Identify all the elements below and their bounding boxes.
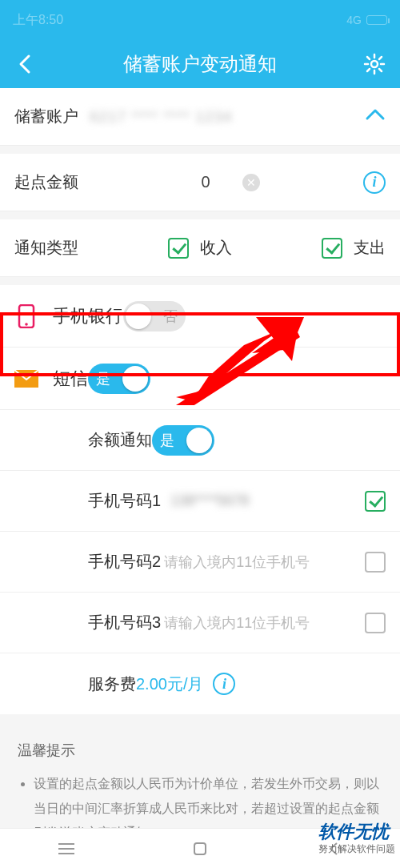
android-recents-button[interactable] bbox=[57, 839, 76, 858]
phone1-checkbox[interactable] bbox=[365, 491, 386, 512]
network-icon: 4G bbox=[346, 14, 362, 26]
svg-line-5 bbox=[367, 57, 370, 59]
tips-title: 温馨提示 bbox=[18, 737, 382, 764]
back-button[interactable] bbox=[13, 51, 38, 77]
svg-rect-19 bbox=[194, 843, 206, 854]
threshold-input[interactable] bbox=[182, 173, 230, 191]
phone3-placeholder[interactable]: 请输入境内11位手机号 bbox=[164, 613, 365, 633]
threshold-row: 起点金额 ✕ i bbox=[0, 154, 400, 211]
balance-notify-label: 余额通知 bbox=[88, 429, 152, 451]
status-time: 上午8:50 bbox=[13, 12, 63, 29]
account-number: 6217 **** **** 1234 bbox=[90, 108, 233, 126]
income-checkbox-group[interactable]: 收入 bbox=[168, 237, 232, 259]
notify-type-label: 通知类型 bbox=[14, 237, 78, 259]
fee-row: 服务费 2.00元/月 i bbox=[0, 653, 400, 714]
mail-icon bbox=[14, 367, 38, 391]
phone2-checkbox[interactable] bbox=[365, 552, 386, 573]
mobile-bank-toggle[interactable]: 否 bbox=[123, 301, 186, 332]
svg-line-8 bbox=[379, 57, 382, 59]
balance-notify-toggle[interactable]: 是 bbox=[152, 425, 214, 456]
account-label: 储蓄账户 bbox=[14, 106, 78, 127]
phone1-label: 手机号码1 bbox=[88, 490, 161, 512]
expense-checkbox[interactable] bbox=[322, 238, 342, 259]
sms-label: 短信 bbox=[53, 367, 88, 391]
svg-point-10 bbox=[25, 323, 28, 326]
notify-type-row: 通知类型 收入 支出 bbox=[0, 219, 400, 277]
sms-toggle[interactable]: 是 bbox=[88, 364, 150, 394]
watermark: 软件无忧 努力解决软件问题 bbox=[318, 820, 395, 854]
account-row[interactable]: 储蓄账户 6217 **** **** 1234 bbox=[0, 88, 400, 146]
sms-row: 短信 是 bbox=[0, 348, 400, 410]
svg-point-0 bbox=[371, 61, 378, 67]
chevron-up-icon bbox=[365, 107, 386, 126]
threshold-label: 起点金额 bbox=[14, 171, 78, 193]
balance-notify-row: 余额通知 是 bbox=[0, 410, 400, 471]
phone2-row: 手机号码2 请输入境内11位手机号 bbox=[0, 532, 400, 593]
status-bar: 上午8:50 4G bbox=[0, 0, 400, 40]
settings-button[interactable] bbox=[362, 51, 387, 77]
fee-value: 2.00元/月 bbox=[136, 673, 203, 695]
phone3-label: 手机号码3 bbox=[88, 612, 161, 633]
svg-line-6 bbox=[379, 69, 382, 71]
fee-label: 服务费 bbox=[88, 673, 136, 695]
toggle-on-label: 是 bbox=[96, 369, 110, 388]
balance-toggle-label: 是 bbox=[160, 431, 174, 450]
svg-line-7 bbox=[367, 69, 370, 71]
mobile-bank-row: 手机银行 否 bbox=[0, 285, 400, 348]
phone-icon bbox=[14, 304, 38, 328]
page-title: 储蓄账户变动通知 bbox=[123, 51, 277, 77]
navbar: 储蓄账户变动通知 bbox=[0, 40, 400, 88]
phone3-row: 手机号码3 请输入境内11位手机号 bbox=[0, 593, 400, 653]
phone1-row: 手机号码1 138****5678 bbox=[0, 471, 400, 532]
income-checkbox[interactable] bbox=[168, 238, 189, 259]
toggle-off-label: 否 bbox=[163, 307, 178, 326]
info-icon[interactable]: i bbox=[363, 171, 386, 194]
watermark-main: 软件无忧 bbox=[318, 822, 389, 842]
income-label: 收入 bbox=[200, 237, 232, 259]
clear-button[interactable]: ✕ bbox=[242, 174, 260, 191]
fee-info-icon[interactable]: i bbox=[213, 673, 235, 695]
phone1-value[interactable]: 138****5678 bbox=[170, 492, 365, 509]
battery-icon bbox=[366, 15, 387, 25]
expense-checkbox-group[interactable]: 支出 bbox=[322, 237, 386, 259]
phone3-checkbox[interactable] bbox=[365, 613, 386, 633]
watermark-sub: 努力解决软件问题 bbox=[318, 844, 395, 854]
phone2-placeholder[interactable]: 请输入境内11位手机号 bbox=[164, 553, 365, 572]
mobile-bank-label: 手机银行 bbox=[53, 304, 123, 328]
expense-label: 支出 bbox=[354, 237, 386, 259]
phone2-label: 手机号码2 bbox=[88, 551, 161, 573]
android-home-button[interactable] bbox=[190, 839, 210, 858]
